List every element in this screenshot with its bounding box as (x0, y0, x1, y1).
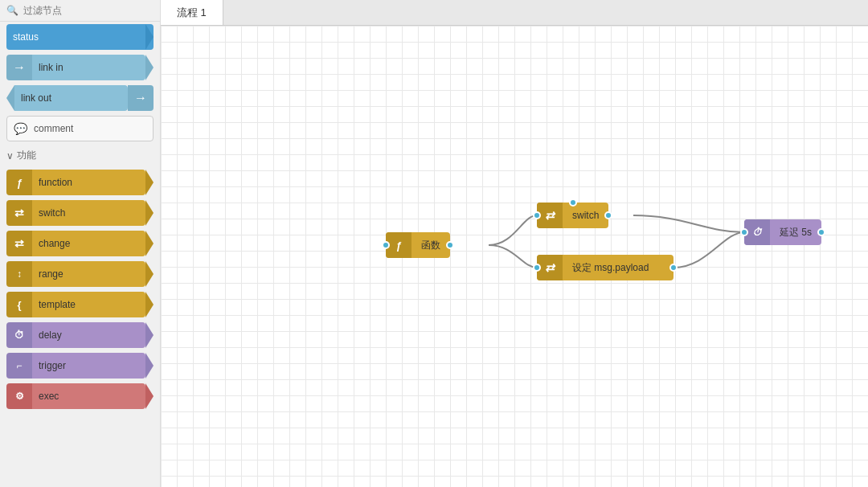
change-icon: ⇄ (14, 237, 24, 250)
section-function-header[interactable]: ∨ 功能 (0, 144, 160, 167)
template-label: template (32, 292, 145, 317)
sidebar-item-template[interactable]: { template (6, 292, 154, 317)
exec-label: exec (32, 383, 145, 409)
comment-label: comment (34, 123, 153, 134)
flow-node-hanshu[interactable]: ƒ 函数 (386, 232, 450, 258)
change-flow-label: 设定 msg.payload (563, 255, 658, 280)
canvas[interactable]: ƒ 函数 ⇄ switch ⇄ 设定 msg.payload (161, 26, 868, 487)
switch-icon: ⇄ (14, 207, 24, 219)
delay-flow-label: 延迟 5s (770, 219, 821, 245)
switch-port-top[interactable] (569, 198, 577, 207)
change-port-right[interactable] (669, 264, 678, 272)
delay-arrow (145, 322, 154, 348)
delay-flow-icon: ⏱ (752, 227, 762, 238)
link-in-label: link in (32, 55, 145, 80)
change-label: change (32, 231, 145, 256)
link-out-icon: → (134, 91, 147, 105)
change-flow-icon: ⇄ (545, 261, 555, 274)
sidebar-item-change[interactable]: ⇄ change (6, 231, 154, 256)
sidebar-item-status[interactable]: status (6, 24, 154, 50)
section-function-label: 功能 (17, 149, 36, 162)
connections-svg (161, 26, 868, 487)
sidebar-item-range[interactable]: ↕ range (6, 261, 154, 287)
sidebar-item-comment[interactable]: 💬 comment (6, 116, 154, 141)
search-icon: 🔍 (6, 5, 18, 16)
sidebar-item-function[interactable]: ƒ function (6, 170, 154, 195)
flow-node-change[interactable]: ⇄ 设定 msg.payload (537, 255, 674, 280)
hanshu-port-right[interactable] (446, 241, 454, 249)
range-icon: ↕ (17, 268, 22, 280)
change-port-left[interactable] (533, 264, 541, 272)
switch-port-right[interactable] (604, 211, 612, 219)
delay-icon: ⏱ (14, 329, 24, 341)
switch-arrow (145, 200, 154, 226)
flow-node-switch[interactable]: ⇄ switch (537, 203, 608, 228)
hanshu-icon: ƒ (395, 239, 401, 252)
search-bar: 🔍 (0, 0, 160, 22)
switch-flow-icon: ⇄ (545, 209, 555, 222)
hanshu-port-left[interactable] (382, 241, 390, 249)
search-input[interactable] (23, 5, 154, 16)
section-chevron-icon: ∨ (6, 150, 14, 162)
status-label: status (6, 31, 145, 43)
range-arrow (145, 261, 154, 287)
link-out-arrow-left (6, 85, 14, 111)
trigger-arrow (145, 353, 154, 379)
comment-icon: 💬 (7, 122, 34, 135)
function-icon: ƒ (16, 177, 22, 189)
delay-label: delay (32, 322, 145, 348)
delay-port-left[interactable] (740, 228, 748, 236)
trigger-label: trigger (32, 353, 145, 379)
exec-icon: ⚙ (15, 391, 24, 402)
sidebar: 🔍 status → link in link out → 💬 comment … (0, 0, 161, 487)
tab-flow1-label: 流程 1 (177, 6, 207, 20)
sidebar-item-switch[interactable]: ⇄ switch (6, 200, 154, 226)
link-in-icon: → (13, 60, 26, 75)
template-icon: { (17, 299, 21, 311)
sidebar-item-delay[interactable]: ⏱ delay (6, 322, 154, 348)
range-label: range (32, 261, 145, 287)
function-arrow (145, 170, 154, 195)
template-arrow (145, 292, 154, 317)
status-arrow-right (145, 24, 154, 50)
switch-label: switch (32, 200, 145, 226)
trigger-icon: ⌐ (16, 360, 22, 371)
main-area: 流程 1 ƒ 函数 ⇄ (161, 0, 868, 487)
delay-port-right[interactable] (817, 228, 825, 236)
sidebar-item-link-in[interactable]: → link in (6, 55, 154, 80)
switch-port-left[interactable] (533, 211, 541, 219)
change-arrow (145, 231, 154, 256)
function-label: function (32, 170, 145, 195)
exec-arrow (145, 383, 154, 409)
link-in-arrow (145, 55, 154, 80)
sidebar-item-trigger[interactable]: ⌐ trigger (6, 353, 154, 379)
sidebar-item-link-out[interactable]: link out → (6, 85, 154, 111)
hanshu-label: 函数 (411, 232, 450, 258)
link-out-label: link out (14, 85, 128, 111)
tabs-bar: 流程 1 (161, 0, 868, 26)
tab-flow1[interactable]: 流程 1 (161, 0, 223, 25)
switch-flow-label: switch (563, 203, 608, 228)
sidebar-item-exec[interactable]: ⚙ exec (6, 383, 154, 409)
flow-node-delay[interactable]: ⏱ 延迟 5s (744, 219, 821, 245)
